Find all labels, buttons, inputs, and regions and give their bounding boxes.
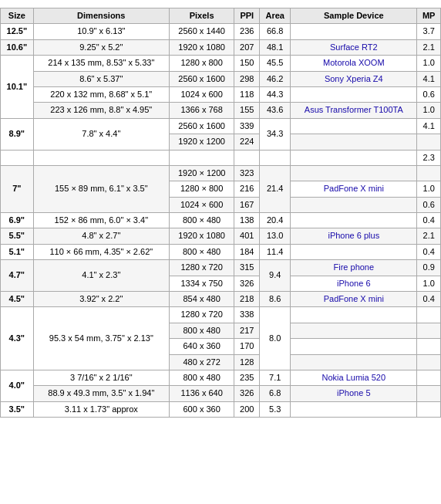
cell-dimensions: 110 × 66 mm, 4.35" × 2.62" (33, 244, 169, 259)
cell-area: 66.8 (260, 24, 291, 39)
cell-pixels: 2560 x 1440 (169, 24, 234, 39)
cell-pixels: 600 x 360 (169, 401, 234, 417)
cell-ppi: 150 (234, 56, 260, 71)
cell-area: 21.4 (260, 165, 291, 212)
cell-ppi: 138 (234, 213, 260, 228)
col-mp: MP (417, 8, 441, 24)
col-size: Size (1, 8, 34, 24)
cell-pixels: 1920 × 1200 (169, 165, 234, 181)
cell-size: 3.5" (1, 401, 34, 417)
cell-pixels: 1334 x 750 (169, 276, 234, 291)
cell-size: 12.5" (1, 24, 34, 39)
cell-dimensions: 3.92" x 2.2" (33, 292, 169, 307)
cell-mp: 0.9 (417, 260, 441, 276)
cell-pixels: 854 x 480 (169, 292, 234, 307)
cell-ppi: 118 (234, 86, 260, 102)
cell-dimensions: 95.3 x 54 mm, 3.75" x 2.13" (33, 307, 169, 370)
cell-ppi: 326 (234, 276, 260, 291)
cell-mp: 1.0 (417, 276, 441, 291)
cell-dimensions: 152 × 86 mm, 6.0" × 3.4" (33, 213, 169, 228)
cell-dimensions: 9.25" x 5.2" (33, 39, 169, 55)
cell-area: 46.2 (260, 71, 291, 86)
cell-pixels: 1920 x 1080 (169, 39, 234, 55)
table-row: 5.5"4.8" x 2.7"1920 x 108040113.0iPhone … (1, 228, 441, 244)
cell-mp: 2.1 (417, 228, 441, 244)
cell-ppi: 326 (234, 386, 260, 401)
cell-area: 5.3 (260, 401, 291, 417)
cell-ppi: 217 (234, 323, 260, 338)
cell-ppi: 170 (234, 339, 260, 354)
cell-mp: 4.1 (417, 118, 441, 134)
cell-ppi: 315 (234, 260, 260, 276)
cell-mp: 1.0 (417, 181, 441, 197)
col-dimensions: Dimensions (33, 8, 169, 24)
cell-device (291, 213, 417, 228)
table-row: 4.3"95.3 x 54 mm, 3.75" x 2.13"1280 x 72… (1, 307, 441, 323)
cell-mp: 2.3 (417, 150, 441, 165)
cell-pixels: 1280 x 720 (169, 260, 234, 276)
cell-area: 48.1 (260, 39, 291, 55)
cell-dimensions: 3 7/16" x 2 1/16" (33, 370, 169, 385)
cell-area: 43.6 (260, 103, 291, 118)
cell-size: 5.1" (1, 244, 34, 259)
table-row: 88.9 x 49.3 mm, 3.5" x 1.94"1136 x 64032… (1, 386, 441, 401)
cell-ppi: 401 (234, 228, 260, 244)
cell-mp: 1.0 (417, 56, 441, 71)
table-row: 5.1"110 × 66 mm, 4.35" × 2.62"800 × 4801… (1, 244, 441, 259)
cell-pixels: 2560 x 1600 (169, 71, 234, 86)
cell-device: Asus Transformer T100TA (291, 103, 417, 118)
table-row: 220 x 132 mm, 8.68" x 5.1"1024 x 6001184… (1, 86, 441, 102)
cell-ppi: 298 (234, 71, 260, 86)
cell-area: 13.0 (260, 228, 291, 244)
table-row: 3.5"3.11 x 1.73" approx600 x 3602005.3 (1, 401, 441, 417)
cell-area: 8.6 (260, 292, 291, 307)
cell-device (291, 118, 417, 134)
page-title (0, 0, 441, 8)
col-area: Area (260, 8, 291, 24)
cell-ppi: 184 (234, 244, 260, 259)
cell-dimensions: 7.8" x 4.4" (33, 118, 169, 150)
cell-device: iPhone 6 plus (291, 228, 417, 244)
cell-pixels: 800 x 480 (169, 370, 234, 385)
cell-pixels (169, 150, 234, 165)
cell-dimensions (33, 150, 169, 165)
cell-mp: 4.1 (417, 71, 441, 86)
cell-size: 4.7" (1, 260, 34, 292)
cell-dimensions: 223 x 126 mm, 8.8" x 4.95" (33, 103, 169, 118)
cell-device (291, 307, 417, 323)
table-row: 10.6"9.25" x 5.2"1920 x 108020748.1Surfa… (1, 39, 441, 55)
cell-device (291, 354, 417, 370)
cell-device (291, 86, 417, 102)
cell-size: 4.0" (1, 370, 34, 401)
table-row: 4.0"3 7/16" x 2 1/16"800 x 4802357.1Noki… (1, 370, 441, 385)
cell-ppi: 323 (234, 165, 260, 181)
cell-area: 11.4 (260, 244, 291, 259)
cell-size: 7" (1, 165, 34, 212)
cell-size: 5.5" (1, 228, 34, 244)
cell-mp (417, 354, 441, 370)
cell-device: PadFone X mini (291, 292, 417, 307)
cell-mp: 0.6 (417, 197, 441, 212)
cell-pixels: 800 × 480 (169, 244, 234, 259)
cell-dimensions: 3.11 x 1.73" approx (33, 401, 169, 417)
cell-mp (417, 323, 441, 338)
cell-pixels: 1280 x 720 (169, 307, 234, 323)
col-pixels: Pixels (169, 8, 234, 24)
cell-dimensions: 8.6" x 5.37" (33, 71, 169, 86)
cell-pixels: 1024 × 600 (169, 197, 234, 212)
table-row: 223 x 126 mm, 8.8" x 4.95"1366 x 7681554… (1, 103, 441, 118)
cell-mp: 3.7 (417, 24, 441, 39)
cell-ppi: 207 (234, 39, 260, 55)
cell-ppi: 155 (234, 103, 260, 118)
cell-size: 10.1" (1, 56, 34, 119)
table-row: 4.7"4.1" x 2.3"1280 x 7203159.4Fire phon… (1, 260, 441, 276)
cell-mp: 2.1 (417, 39, 441, 55)
cell-ppi (234, 150, 260, 165)
cell-dimensions: 220 x 132 mm, 8.68" x 5.1" (33, 86, 169, 102)
cell-mp: 1.0 (417, 103, 441, 118)
cell-device: Nokia Lumia 520 (291, 370, 417, 385)
cell-device (291, 150, 417, 165)
table-row: 8.6" x 5.37"2560 x 160029846.2Sony Xperi… (1, 71, 441, 86)
cell-device (291, 24, 417, 39)
cell-ppi: 216 (234, 181, 260, 197)
